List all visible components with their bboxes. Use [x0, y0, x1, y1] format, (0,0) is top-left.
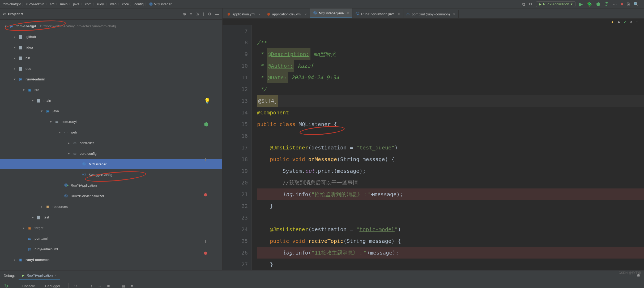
breadcrumb-item[interactable]: java: [73, 2, 79, 6]
editor-tab-mqlistener-java[interactable]: ⒸMQListener.java×: [310, 8, 353, 18]
tree-item-ruoyiapplication[interactable]: Ⓒ▶RuoYiApplication: [0, 180, 222, 191]
tree-item-resources[interactable]: ▸▣resources: [0, 201, 222, 212]
breadcrumb-item[interactable]: ruoyi: [97, 2, 105, 6]
code-line[interactable]: [257, 212, 644, 223]
code-line[interactable]: @JmsListener(destination = "test_queue"): [257, 142, 644, 153]
coverage-icon[interactable]: ⬢: [596, 1, 600, 7]
tree-item-ruoyi-common[interactable]: ▸▣ruoyi-common: [0, 254, 222, 265]
step-over-icon[interactable]: ↷: [74, 284, 77, 288]
tree-item-core-config[interactable]: ▾▭core.config: [0, 148, 222, 159]
close-icon[interactable]: ×: [55, 273, 57, 277]
run-icon[interactable]: ▶: [579, 1, 583, 7]
close-icon[interactable]: ×: [398, 12, 400, 16]
gutter[interactable]: 789101112💡1314⬢1516171819202122232425262…: [223, 25, 252, 270]
tree-item-main[interactable]: ▾▇main: [0, 95, 222, 106]
settings-icon[interactable]: ⚙: [208, 12, 211, 16]
tree-item--idea[interactable]: ▸▇.idea: [0, 42, 222, 53]
more-inspections-icon[interactable]: ⌃: [636, 20, 639, 24]
profile-icon[interactable]: ⏱: [604, 1, 609, 7]
code-line[interactable]: log.info("11接收主题消息》："+message);: [257, 247, 644, 259]
sync-icon[interactable]: ↺: [529, 2, 532, 7]
tree-root[interactable]: ▾▣tcm-chatgptD:\work\workspace\my_projec…: [0, 21, 222, 31]
code-line[interactable]: @Slf4j: [257, 95, 644, 107]
editor-tab-pom-xml-ruoyi-common-[interactable]: mpom.xml (ruoyi-common)×: [403, 10, 459, 18]
code-line[interactable]: log.info("恰恰监听到的消息》："+message);: [257, 188, 644, 200]
locate-icon[interactable]: ⊕: [183, 12, 186, 16]
tree-item-ruoyi-admin[interactable]: ▾▣ruoyi-admin: [0, 74, 222, 84]
breadcrumb-item[interactable]: core: [122, 2, 129, 6]
evaluate-icon[interactable]: ≣: [107, 284, 110, 288]
project-view-icon[interactable]: ▭: [3, 12, 6, 16]
tree-item-doc[interactable]: ▸▇doc: [0, 63, 222, 74]
gutter-line[interactable]: 💡13: [223, 95, 248, 107]
tree-item-controller[interactable]: ▸▭controller: [0, 137, 222, 148]
gutter-line[interactable]: 10: [223, 60, 248, 72]
gutter-line[interactable]: 27: [223, 259, 248, 270]
chevron-down-icon[interactable]: ▾: [21, 12, 23, 16]
gutter-line[interactable]: 23: [223, 212, 248, 223]
layout-icon[interactable]: ▤: [122, 284, 125, 288]
breadcrumbs[interactable]: tcm-chatgpt〉ruoyi-admin〉src〉main〉java〉co…: [3, 2, 172, 7]
gutter-line[interactable]: 16: [223, 130, 248, 142]
more-icon[interactable]: ≡: [131, 284, 133, 288]
debug-icon[interactable]: 🪲: [587, 1, 592, 7]
code-line[interactable]: System.out.print(message);: [257, 165, 644, 177]
code-line[interactable]: [257, 130, 644, 142]
code-line[interactable]: [257, 25, 644, 37]
tree-item--github[interactable]: ▸▇.github: [0, 31, 222, 42]
gutter-line[interactable]: 17: [223, 142, 248, 153]
code-line[interactable]: */: [257, 83, 644, 95]
code-line[interactable]: //获取到消息后可以干一些事情: [257, 177, 644, 188]
tree-item-java[interactable]: ▾▣java: [0, 106, 222, 116]
attach-icon[interactable]: ⋯: [613, 2, 617, 7]
editor-tab-application-dev-yml[interactable]: ⬢application-dev.yml×: [264, 10, 310, 18]
search-icon[interactable]: 🔍: [633, 2, 639, 7]
run-to-cursor-icon[interactable]: ⇥: [98, 284, 101, 288]
stop-icon[interactable]: ■: [621, 2, 623, 7]
code-line[interactable]: @JmsListener(destination = "topic-model"…: [257, 223, 644, 235]
editor-tab-ruoyiapplication-java[interactable]: ⒸRuoYiApplication.java×: [352, 9, 403, 18]
code-line[interactable]: * @Author: kazaf: [257, 60, 644, 72]
step-out-icon[interactable]: ↑: [91, 284, 92, 288]
tree-item-ruoyiservletinitializer[interactable]: ⒸRuoYiServletInitializer: [0, 191, 222, 201]
code-line[interactable]: /**: [257, 37, 644, 48]
tree-item-pom-xml[interactable]: mpom.xml: [0, 233, 222, 244]
close-icon[interactable]: ×: [258, 12, 261, 16]
breadcrumb-item[interactable]: main: [60, 2, 67, 6]
step-into-icon[interactable]: ↓: [83, 284, 85, 288]
tree-item-bin[interactable]: ▸▇bin: [0, 53, 222, 63]
code-line[interactable]: public void reciveTopic(String message) …: [257, 235, 644, 247]
tab-debugger[interactable]: Debugger: [43, 283, 62, 288]
gutter-line[interactable]: 24: [223, 223, 248, 235]
run-config-dropdown[interactable]: ▶ RuoYiApplication ▾: [536, 1, 576, 7]
code-content[interactable]: /** * @Description: mq监听类 * @Author: kaz…: [252, 25, 644, 270]
code-line[interactable]: * @Description: mq监听类: [257, 48, 644, 60]
code-line[interactable]: * @Date: 2024-04-24 9:34: [257, 72, 644, 83]
gutter-line[interactable]: 8: [223, 37, 248, 48]
project-title[interactable]: Project: [8, 12, 20, 16]
breadcrumb-item[interactable]: config: [134, 2, 144, 6]
tree-item-mqlistener[interactable]: ⒸMQListener: [0, 159, 222, 169]
gutter-line[interactable]: 12: [223, 83, 248, 95]
gutter-line[interactable]: 21: [223, 188, 248, 200]
tree-item-com-ruoyi[interactable]: ▾▭com.ruoyi: [0, 116, 222, 127]
collapse-all-icon[interactable]: ⇲: [196, 12, 199, 16]
gutter-line[interactable]: 25: [223, 235, 248, 247]
inspection-widget[interactable]: ▲ 4 ✔ 3 ⌃: [223, 19, 644, 25]
breadcrumb-item[interactable]: MQListener: [154, 2, 172, 6]
expand-all-icon[interactable]: ≡: [190, 12, 192, 16]
gutter-line[interactable]: 22: [223, 200, 248, 212]
breadcrumb-item[interactable]: com: [85, 2, 92, 6]
code-line[interactable]: }: [257, 200, 644, 212]
rerun-icon[interactable]: ↻: [4, 283, 8, 288]
code-editor[interactable]: 789101112💡1314⬢1516171819202122232425262…: [223, 25, 644, 270]
project-tree[interactable]: ▾▣tcm-chatgptD:\work\workspace\my_projec…: [0, 20, 222, 270]
gutter-line[interactable]: 14: [223, 107, 248, 118]
breadcrumb-item[interactable]: src: [50, 2, 54, 6]
hide-icon[interactable]: —: [215, 12, 219, 16]
tree-item-test[interactable]: ▸▇test: [0, 212, 222, 222]
gutter-line[interactable]: 19: [223, 165, 248, 177]
gutter-line[interactable]: ⬢15: [223, 118, 248, 130]
code-line[interactable]: @Component: [257, 107, 644, 118]
tree-item-target[interactable]: ▸▣target: [0, 222, 222, 233]
